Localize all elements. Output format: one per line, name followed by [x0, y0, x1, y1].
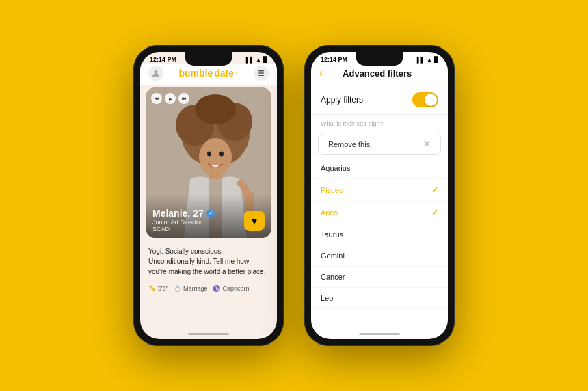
media-btn-play[interactable]: ▶ — [165, 93, 176, 104]
time-left: 12:14 PM — [150, 56, 176, 63]
zodiac-item[interactable]: Aquarius — [311, 158, 448, 179]
zodiac-name: Gemini — [321, 252, 345, 260]
zodiac-item[interactable]: Aries✓ — [311, 202, 448, 224]
like-button[interactable]: ♥ — [244, 211, 265, 231]
filters-content: Apply filters What is their star sign? R… — [311, 85, 448, 311]
profile-card: ⏮ ▶ ⏭ Melanie, 27 ✓ Junior Art Director … — [146, 87, 271, 238]
svg-rect-3 — [258, 75, 264, 77]
svg-rect-2 — [258, 72, 264, 74]
home-indicator-left — [188, 333, 229, 335]
svg-point-10 — [199, 138, 232, 176]
tag-intent: 💍 Marriage — [174, 285, 208, 292]
tag-sign-value: Capricorn — [222, 285, 249, 292]
svg-point-0 — [155, 70, 158, 74]
notch-left — [185, 52, 232, 66]
left-phone-screen: 12:14 PM ▌▌ ▲ ▊ bumble date · — [140, 52, 277, 339]
zodiac-check-icon: ✓ — [431, 208, 438, 217]
zodiac-item[interactable]: Leo — [311, 288, 448, 309]
status-icons-left: ▌▌ ▲ ▊ — [246, 57, 267, 63]
profile-tags: 📏 5'6" 💍 Marriage ♑ Capricorn — [140, 282, 277, 297]
media-controls: ⏮ ▶ ⏭ — [151, 93, 189, 104]
zodiac-item[interactable]: Taurus — [311, 224, 448, 245]
logo-dot: · — [235, 67, 238, 79]
zodiac-check-icon: ✓ — [431, 185, 438, 195]
svg-point-8 — [195, 94, 236, 124]
zodiac-item[interactable]: Cancer — [311, 267, 448, 288]
filters-title: Advanced filters — [328, 68, 426, 79]
apply-filters-row: Apply filters — [311, 85, 448, 115]
profile-avatar-icon[interactable] — [148, 66, 163, 81]
profile-bio: Yogi. Socially conscious. Unconditionall… — [140, 241, 277, 282]
svg-rect-1 — [258, 70, 264, 72]
app-header: bumble date · — [140, 64, 277, 85]
status-icons-right: ▌▌ ▲ ▊ — [417, 57, 438, 63]
remove-filter-row: Remove this ✕ — [318, 133, 441, 155]
home-indicator-right — [359, 333, 400, 335]
zodiac-list: AquariusPisces✓Aries✓TaurusGeminiCancerL… — [311, 158, 448, 311]
phones-container: 12:14 PM ▌▌ ▲ ▊ bumble date · — [133, 45, 455, 346]
wifi-icon-r: ▲ — [427, 57, 432, 63]
logo-text: bumble — [178, 68, 213, 79]
right-phone: 12:14 PM ▌▌ ▲ ▊ ‹ Advanced filters Apply… — [304, 45, 455, 346]
remove-filter-label: Remove this — [328, 140, 370, 148]
menu-icon[interactable] — [254, 66, 269, 81]
time-right: 12:14 PM — [321, 56, 347, 63]
zodiac-item[interactable]: Virgo — [311, 309, 448, 311]
logo-suffix: date — [214, 68, 234, 79]
svg-point-12 — [219, 152, 224, 157]
zodiac-name: Aquarius — [321, 164, 350, 172]
zodiac-name: Pisces — [321, 186, 343, 194]
tag-intent-value: Marriage — [183, 285, 208, 292]
star-sign-section-label: What is their star sign? — [311, 115, 448, 130]
apply-filters-toggle[interactable] — [412, 92, 438, 107]
right-phone-screen: 12:14 PM ▌▌ ▲ ▊ ‹ Advanced filters Apply… — [311, 52, 448, 339]
signal-icon: ▌▌ — [246, 57, 254, 63]
zodiac-name: Leo — [321, 294, 333, 302]
zodiac-name: Cancer — [321, 273, 345, 281]
toggle-knob — [425, 94, 437, 106]
left-phone: 12:14 PM ▌▌ ▲ ▊ bumble date · — [133, 45, 284, 346]
zodiac-item[interactable]: Pisces✓ — [311, 179, 448, 202]
rings-icon: 💍 — [174, 285, 181, 292]
verified-badge: ✓ — [206, 209, 215, 217]
wifi-icon: ▲ — [256, 57, 261, 63]
notch-right — [356, 52, 403, 66]
zodiac-item[interactable]: Gemini — [311, 245, 448, 267]
battery-icon-r: ▊ — [434, 57, 438, 63]
signal-icon-r: ▌▌ — [417, 57, 425, 63]
media-btn-rewind[interactable]: ⏮ — [151, 93, 162, 104]
app-logo: bumble date · — [178, 67, 238, 79]
battery-icon: ▊ — [263, 57, 267, 63]
zodiac-name: Taurus — [321, 230, 343, 239]
media-btn-forward[interactable]: ⏭ — [178, 93, 189, 104]
zodiac-name: Aries — [321, 208, 338, 217]
tag-height: 📏 5'6" — [148, 285, 168, 292]
tag-height-value: 5'6" — [158, 285, 168, 292]
remove-filter-button[interactable]: ✕ — [423, 139, 431, 149]
sign-icon: ♑ — [213, 285, 220, 292]
apply-filters-label: Apply filters — [321, 95, 363, 105]
tag-sign: ♑ Capricorn — [213, 285, 249, 292]
svg-point-11 — [207, 152, 211, 157]
filters-header: ‹ Advanced filters — [311, 64, 448, 85]
back-button[interactable]: ‹ — [319, 67, 323, 79]
ruler-icon: 📏 — [148, 285, 156, 292]
